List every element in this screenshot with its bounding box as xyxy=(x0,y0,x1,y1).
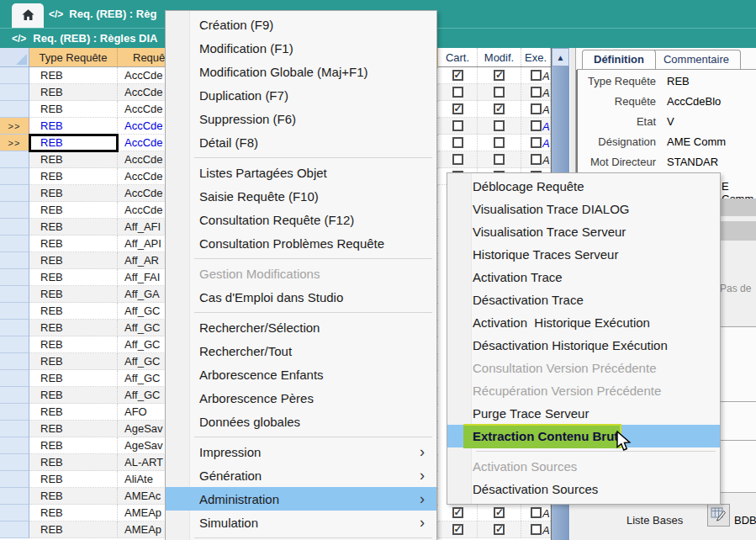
menu-item-arborescence-enfants[interactable]: Arborescence Enfants xyxy=(166,363,436,386)
menu-item-visualisation-trace-dialog[interactable]: Visualisation Trace DIALOG xyxy=(447,198,720,220)
cell-type-requete[interactable]: REB xyxy=(29,202,118,219)
modif-checkbox[interactable] xyxy=(494,524,505,535)
modif-checkbox[interactable] xyxy=(494,70,505,81)
cell-type-requete[interactable]: REB xyxy=(29,353,118,370)
menu-item-d-tail-f8[interactable]: Détail (F8) xyxy=(166,130,436,154)
row-header-cell[interactable]: >> xyxy=(0,135,29,151)
cell-type-requete[interactable]: REB xyxy=(29,505,118,521)
cell-type-requete[interactable]: REB xyxy=(29,370,118,387)
cart-checkbox[interactable] xyxy=(452,137,463,148)
menu-item-extraction-contenu-brut[interactable]: Extraction Contenu Brut xyxy=(447,425,720,447)
select-all-corner-cell[interactable] xyxy=(0,48,29,67)
exe-checkbox[interactable] xyxy=(531,87,542,98)
row-header-cell[interactable] xyxy=(0,521,29,538)
cell-type-requete[interactable]: REB xyxy=(29,421,118,437)
cell-type-requete[interactable]: REB xyxy=(29,387,118,404)
menu-item-donn-es-globales[interactable]: Données globales xyxy=(166,410,436,433)
menu-item-consultation-probl-mes-requ-te[interactable]: Consultation Problèmes Requête xyxy=(166,231,436,255)
row-header-cell[interactable] xyxy=(0,404,29,421)
cell-type-requete[interactable]: REB xyxy=(29,286,118,303)
row-header-cell[interactable] xyxy=(0,421,29,437)
exe-checkbox[interactable] xyxy=(531,120,542,131)
row-header-cell[interactable] xyxy=(0,151,29,168)
menu-item-d-sactivation-historique-ex-cution[interactable]: Désactivation Historique Exécution xyxy=(447,334,720,357)
exe-checkbox[interactable] xyxy=(531,154,542,165)
liste-bases-edit-button[interactable] xyxy=(707,504,730,527)
cart-checkbox[interactable] xyxy=(452,70,463,81)
exe-checkbox[interactable] xyxy=(531,70,542,81)
cart-checkbox[interactable] xyxy=(452,154,463,165)
exe-checkbox[interactable] xyxy=(531,137,542,148)
cell-type-requete[interactable]: REB xyxy=(29,269,118,286)
cell-type-requete[interactable]: REB xyxy=(29,521,118,538)
cell-type-requete[interactable]: REB xyxy=(29,252,118,269)
row-header-cell[interactable] xyxy=(0,286,29,303)
cell-type-requete[interactable]: REB xyxy=(29,320,118,336)
tab-commentaire[interactable]: Commentaire xyxy=(652,50,741,69)
menu-item-cas-d-emploi-dans-studio[interactable]: Cas d'Emploi dans Studio xyxy=(166,285,436,309)
row-header-cell[interactable] xyxy=(0,303,29,320)
cell-type-requete[interactable]: REB xyxy=(29,151,118,168)
menu-item-duplication-f7[interactable]: Duplication (F7) xyxy=(166,83,436,107)
cell-type-requete[interactable]: REB xyxy=(29,404,118,421)
cart-checkbox[interactable] xyxy=(452,120,463,131)
row-header-cell[interactable] xyxy=(0,236,29,252)
menu-item-activation-trace[interactable]: Activation Trace xyxy=(447,266,720,289)
column-header-type-requete[interactable]: Type Requête xyxy=(29,48,118,67)
modif-checkbox[interactable] xyxy=(494,103,505,114)
menu-item-impression[interactable]: Impression › xyxy=(166,440,436,463)
exe-checkbox[interactable] xyxy=(531,103,542,114)
row-header-cell[interactable] xyxy=(0,454,29,471)
menu-item-rechercher-tout[interactable]: Rechercher/Tout xyxy=(166,339,436,363)
menu-item-modification-f1[interactable]: Modification (F1) xyxy=(166,36,436,60)
cart-checkbox[interactable] xyxy=(452,87,463,98)
row-header-cell[interactable] xyxy=(0,488,29,505)
menu-item-listes-partag-es-objet[interactable]: Listes Partagées Objet xyxy=(166,161,436,184)
column-header-cart[interactable]: Cart. xyxy=(438,48,478,66)
cell-type-requete[interactable]: REB xyxy=(29,118,118,135)
cart-checkbox[interactable] xyxy=(452,524,463,535)
row-header-cell[interactable] xyxy=(0,336,29,353)
cell-type-requete[interactable]: REB xyxy=(29,336,118,353)
row-header-cell[interactable] xyxy=(0,471,29,488)
exe-checkbox[interactable] xyxy=(531,507,542,518)
row-header-cell[interactable] xyxy=(0,269,29,286)
cart-checkbox[interactable] xyxy=(452,507,463,518)
row-header-cell[interactable] xyxy=(0,437,29,454)
row-header-cell[interactable] xyxy=(0,202,29,219)
menu-item-saisie-requ-te-f10[interactable]: Saisie Requête (F10) xyxy=(166,184,436,208)
cell-type-requete[interactable]: REB xyxy=(29,101,118,118)
menu-item-visualisation-trace-serveur[interactable]: Visualisation Trace Serveur xyxy=(447,220,720,243)
column-header-modif[interactable]: Modif. xyxy=(478,48,521,66)
menu-item-consultation-requ-te-f12[interactable]: Consultation Requête (F12) xyxy=(166,208,436,231)
menu-item-suppression-f6[interactable]: Suppression (F6) xyxy=(166,107,436,130)
row-header-cell[interactable] xyxy=(0,219,29,236)
menu-item-rechercher-s-lection[interactable]: Rechercher/Sélection xyxy=(166,315,436,339)
cell-type-requete[interactable]: REB xyxy=(29,437,118,454)
menu-item-d-sactivation-sources[interactable]: Désactivation Sources xyxy=(447,478,720,500)
row-header-cell[interactable] xyxy=(0,168,29,185)
row-header-cell[interactable] xyxy=(0,505,29,521)
menu-item-cr-ation-f9[interactable]: Création (F9) xyxy=(166,13,436,36)
menu-item-simulation[interactable]: Simulation › xyxy=(166,511,436,534)
row-header-cell[interactable]: >> xyxy=(0,118,29,135)
scroll-up-button[interactable]: ▲ xyxy=(552,48,569,66)
cell-type-requete[interactable]: REB xyxy=(29,67,118,84)
row-header-cell[interactable] xyxy=(0,387,29,404)
modif-checkbox[interactable] xyxy=(494,507,505,518)
row-header-cell[interactable] xyxy=(0,84,29,101)
cell-type-requete[interactable]: REB xyxy=(29,168,118,185)
exe-checkbox[interactable] xyxy=(531,524,542,535)
home-tab[interactable] xyxy=(12,3,44,28)
row-header-cell[interactable] xyxy=(0,320,29,336)
cell-type-requete[interactable]: REB xyxy=(29,219,118,236)
row-header-cell[interactable] xyxy=(0,370,29,387)
tab-req-reb[interactable]: </> Req. (REB) : Règ xyxy=(49,0,156,28)
modif-checkbox[interactable] xyxy=(494,137,505,148)
modif-checkbox[interactable] xyxy=(494,154,505,165)
menu-item-activation-historique-ex-cution[interactable]: Activation Historique Exécution xyxy=(447,311,720,334)
menu-item-modification-globale-maj-f1[interactable]: Modification Globale (Maj+F1) xyxy=(166,60,436,83)
row-header-cell[interactable] xyxy=(0,67,29,84)
row-header-cell[interactable] xyxy=(0,185,29,202)
cell-type-requete[interactable]: REB xyxy=(29,488,118,505)
